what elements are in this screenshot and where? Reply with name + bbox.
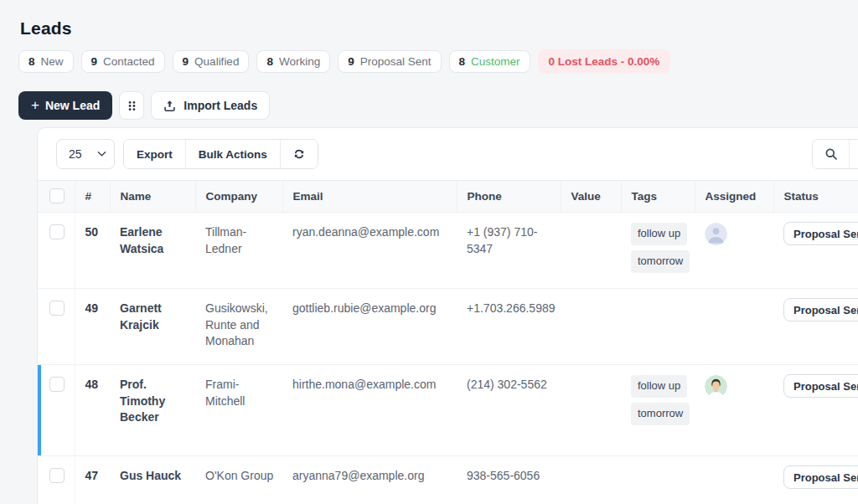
badge-label: Contacted [103,55,155,68]
lead-status-label: Proposal Sent [793,380,858,393]
import-leads-button[interactable]: Import Leads [151,91,270,120]
lead-number: 49 [75,289,110,365]
badge-new[interactable]: 8 New [18,50,74,73]
tag[interactable]: tomorrow [631,250,690,273]
assigned-avatar-photo [705,375,727,398]
tag[interactable]: follow up [631,223,687,245]
table-header-row: # Name Company Email Phone Value Tags As… [38,181,858,213]
lead-email: aryanna79@example.org [282,456,457,504]
row-checkbox[interactable] [49,301,65,316]
column-header-company[interactable]: Company [195,181,282,213]
lead-number: 50 [75,213,110,289]
lead-phone: (214) 302-5562 [457,365,561,456]
leads-table-card: 25 Export Bulk Actions [37,127,858,504]
select-all-checkbox[interactable] [49,188,65,203]
upload-icon [163,100,176,112]
column-header-status[interactable]: Status [773,181,858,213]
lead-email: gottlieb.rubie@example.org [282,289,457,365]
table-row-selected: 48 Prof. Timothy Becker Frami-Mitchell h… [38,365,858,456]
badge-count: 9 [183,55,189,68]
bulk-actions-button[interactable]: Bulk Actions [185,140,280,168]
column-header-tags[interactable]: Tags [621,181,695,213]
new-lead-button[interactable]: + New Lead [18,91,112,120]
badge-qualified[interactable]: 9 Qualified [173,50,250,73]
import-leads-label: Import Leads [183,99,257,112]
page-size-select[interactable]: 25 [56,139,115,169]
column-header-name[interactable]: Name [110,181,195,213]
lead-status-button[interactable]: Proposal Sent [783,465,858,489]
table-row: 50 Earlene Watsica Tillman-Ledner ryan.d… [38,213,858,289]
search-group [812,139,858,169]
refresh-icon [293,148,305,160]
column-header-number[interactable]: # [75,181,110,213]
lead-value [561,456,621,504]
row-checkbox[interactable] [49,468,65,483]
chevron-down-icon [97,151,106,157]
badge-label: Working [279,55,320,68]
lead-phone: +1 (937) 710-5347 [457,213,561,289]
badge-customer[interactable]: 8 Customer [449,50,530,73]
badge-contacted[interactable]: 9 Contacted [81,50,165,73]
tag[interactable]: tomorrow [631,403,690,425]
search-icon [824,147,838,161]
lead-status-label: Proposal Sent [793,228,858,240]
lead-name[interactable]: Prof. Timothy Becker [110,365,195,456]
kanban-view-button[interactable] [119,91,144,120]
badge-count: 8 [459,55,466,68]
lead-status-label: Proposal Sent [793,471,858,484]
lead-status-button[interactable]: Proposal Sent [783,298,858,321]
lead-tags: follow up tomorrow [631,223,686,278]
lead-phone: +1.703.266.5989 [457,289,561,365]
action-bar: + New Lead Import Leads [18,91,858,120]
column-header-value[interactable]: Value [561,181,621,213]
assigned-avatar-placeholder [705,223,727,245]
lead-name[interactable]: Earlene Watsica [110,213,195,289]
column-header-assigned[interactable]: Assigned [695,181,773,213]
lead-value [561,289,621,365]
badge-label: Qualified [194,55,239,68]
column-header-email[interactable]: Email [282,181,457,213]
table-actions-group: Export Bulk Actions [123,139,318,169]
table-row: 49 Garnett Krajcik Gusikowski, Runte and… [38,289,858,365]
lead-phone: 938-565-6056 [457,456,561,504]
badge-label: New [41,55,64,68]
lead-status-label: Proposal Sent [793,304,858,316]
row-checkbox[interactable] [49,224,65,239]
plus-icon: + [31,98,39,112]
lead-number: 47 [75,456,110,504]
table-toolbar: 25 Export Bulk Actions [38,128,858,180]
table-row: 47 Gus Hauck O'Kon Group aryanna79@examp… [38,456,858,504]
lead-status-button[interactable]: Proposal Sent [783,374,858,398]
page-title: Leads [20,18,858,39]
lead-email: hirthe.mona@example.com [282,365,457,456]
badge-lost-leads[interactable]: 0 Lost Leads - 0.00% [538,49,671,74]
lead-company: Frami-Mitchell [195,365,282,456]
lead-status-button[interactable]: Proposal Sent [783,222,858,245]
lead-email: ryan.deanna@example.com [282,213,457,289]
badge-count: 9 [348,55,354,68]
lead-company: Gusikowski, Runte and Monahan [195,289,282,365]
status-badges: 8 New 9 Contacted 9 Qualified 8 Working … [18,49,858,74]
lead-number: 48 [75,365,110,456]
search-input[interactable] [850,140,858,168]
grid-dots-icon [126,100,138,112]
row-checkbox[interactable] [49,377,65,392]
badge-working[interactable]: 8 Working [256,50,330,73]
lead-name[interactable]: Gus Hauck [110,456,195,504]
export-button[interactable]: Export [124,140,185,168]
lead-name[interactable]: Garnett Krajcik [110,289,195,365]
select-all-header [38,181,75,213]
refresh-button[interactable] [280,140,318,168]
lead-value [561,365,621,456]
page-size-value: 25 [69,147,82,161]
badge-label: Customer [471,55,520,68]
badge-count: 8 [28,55,35,68]
badge-proposal-sent[interactable]: 9 Proposal Sent [338,50,441,73]
badge-label: Proposal Sent [360,55,432,68]
badge-count: 8 [266,55,273,68]
column-header-phone[interactable]: Phone [457,181,561,213]
new-lead-label: New Lead [45,99,100,112]
tag[interactable]: follow up [631,375,687,398]
search-button[interactable] [813,140,850,168]
lead-tags: follow up tomorrow [631,375,686,430]
